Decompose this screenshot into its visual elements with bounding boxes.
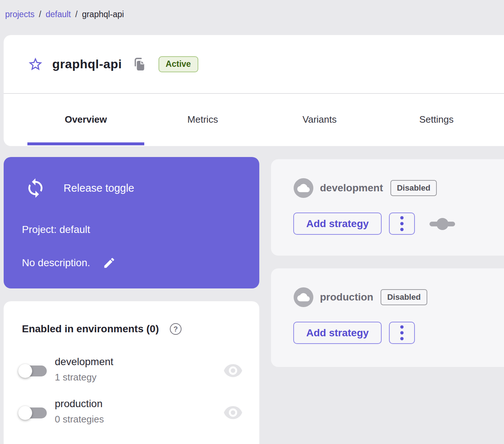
star-icon xyxy=(27,56,43,72)
visibility-button[interactable] xyxy=(224,406,242,421)
tab-overview[interactable]: Overview xyxy=(27,94,144,145)
help-icon[interactable]: ? xyxy=(170,323,182,335)
environment-name: development xyxy=(320,182,383,194)
kebab-dot xyxy=(400,325,404,329)
breadcrumb: projects / default / graphql-api xyxy=(5,9,124,19)
row-strategy-count: 1 strategy xyxy=(55,372,96,383)
copy-icon xyxy=(133,57,145,71)
kebab-dot xyxy=(400,222,404,225)
kebab-dot xyxy=(400,331,404,334)
row-environment-name: production xyxy=(55,398,103,410)
cloud-icon xyxy=(297,291,310,303)
breadcrumb-link-default[interactable]: default xyxy=(46,9,71,19)
row-environment-name: development xyxy=(55,356,113,368)
production-switch[interactable] xyxy=(18,405,50,421)
kebab-dot xyxy=(400,337,404,340)
pencil-icon xyxy=(103,256,116,269)
page-title: graphql-api xyxy=(52,57,122,71)
breadcrumb-separator: / xyxy=(39,9,41,19)
active-tab-indicator xyxy=(27,142,144,145)
row-strategy-count: 0 strategies xyxy=(55,414,104,425)
environment-avatar xyxy=(294,178,313,198)
breadcrumb-link-projects[interactable]: projects xyxy=(5,9,35,19)
kebab-dot xyxy=(400,216,404,219)
project-label: Project: default xyxy=(22,224,90,236)
tab-settings[interactable]: Settings xyxy=(378,94,495,145)
breadcrumb-separator: / xyxy=(75,9,77,19)
status-badge: Active xyxy=(159,56,198,72)
edit-description-button[interactable] xyxy=(102,256,117,270)
environment-status-chip: Disabled xyxy=(390,180,437,196)
environment-row-development: development 1 strategy xyxy=(4,356,259,389)
enabled-environments-title: Enabled in environments (0) xyxy=(22,323,159,335)
environment-menu-button[interactable] xyxy=(389,322,415,344)
tab-metrics[interactable]: Metrics xyxy=(144,94,261,145)
eye-icon xyxy=(224,364,242,377)
environment-name: production xyxy=(320,291,373,303)
environment-card-production: production Disabled Add strategy xyxy=(271,268,504,367)
environment-avatar xyxy=(294,287,313,307)
description-text: No description. xyxy=(22,257,90,269)
copy-name-button[interactable] xyxy=(132,57,145,72)
title-row: graphql-api Active xyxy=(4,35,504,94)
enabled-environments-card: Enabled in environments (0) ? developmen… xyxy=(4,301,259,444)
switch-thumb xyxy=(18,364,32,378)
app-root: projects / default / graphql-api graphql… xyxy=(0,0,504,444)
favorite-button[interactable] xyxy=(27,56,43,72)
environment-row-production: production 0 strategies xyxy=(4,398,259,431)
development-switch[interactable] xyxy=(18,363,50,379)
kebab-dot xyxy=(400,228,404,231)
eye-icon xyxy=(224,406,242,419)
toggle-type-label: Release toggle xyxy=(64,182,134,194)
add-strategy-button[interactable]: Add strategy xyxy=(293,213,382,235)
tabs: Overview Metrics Variants Settings xyxy=(4,94,504,145)
environment-status-chip: Disabled xyxy=(381,289,427,305)
cloud-icon xyxy=(297,182,310,194)
release-toggle-icon xyxy=(25,177,46,199)
breadcrumb-current: graphql-api xyxy=(82,9,124,19)
feature-header-card: graphql-api Active Overview Metrics Vari… xyxy=(4,35,504,146)
toggle-knob xyxy=(436,218,448,230)
add-strategy-button[interactable]: Add strategy xyxy=(293,322,382,344)
toggle-summary-card: Release toggle Project: default No descr… xyxy=(4,157,259,288)
environment-menu-button[interactable] xyxy=(389,213,415,235)
tab-variants[interactable]: Variants xyxy=(261,94,378,145)
environment-card-development: development Disabled Add strategy xyxy=(271,159,504,256)
environment-toggle-icon[interactable] xyxy=(429,218,455,230)
visibility-button[interactable] xyxy=(224,364,242,379)
switch-thumb xyxy=(18,406,32,420)
